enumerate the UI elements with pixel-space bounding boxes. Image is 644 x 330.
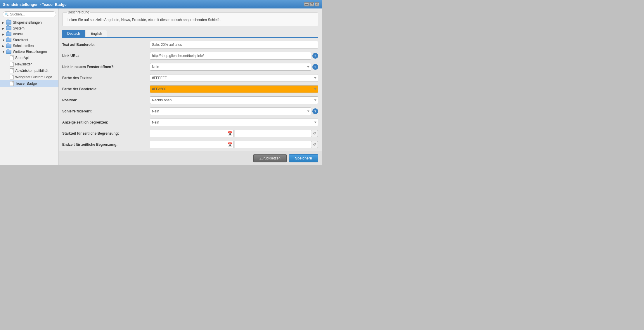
sidebar-item-weitere-einstellungen[interactable]: ▼ Weitere Einstellungen <box>0 49 58 55</box>
page-icon <box>10 62 14 67</box>
save-button[interactable]: Speichern <box>289 154 318 162</box>
titlebar-buttons: — ❐ ✕ <box>304 2 319 6</box>
form-area: Text auf Banderole: Link URL: ? Link in … <box>59 38 322 152</box>
folder-icon <box>6 20 11 25</box>
select-farbe-der-banderole[interactable]: #FFA500 <box>150 85 318 93</box>
expand-icon: ▶ <box>2 44 6 48</box>
endzeit-time-wrap: ↺ <box>235 141 318 148</box>
endzeit-calendar-button[interactable]: 📅 <box>226 141 233 148</box>
label-link-url: Link URL: <box>62 54 150 58</box>
sidebar-item-webgreat-custom-logo[interactable]: Webgreat Custom Logo <box>0 74 58 80</box>
reset-button[interactable]: Zurücksetzen <box>253 154 287 162</box>
description-fieldset: Beschreibung Linken Sie auf spezielle An… <box>62 10 318 26</box>
sidebar-item-label: Newsletter <box>15 62 32 66</box>
sidebar-item-shopeinstellungen[interactable]: ▶ Shopeinstellungen <box>0 20 58 25</box>
restore-button[interactable]: ❐ <box>309 2 314 6</box>
control-link-in-neuem-fenster: Nein ? <box>150 63 318 71</box>
sidebar-item-label: Abwärtskompatibilität <box>15 69 48 73</box>
main-content: Beschreibung Linken Sie auf spezielle An… <box>59 8 322 165</box>
expand-icon: ▼ <box>2 50 6 53</box>
form-row-link-url: Link URL: ? <box>62 52 318 60</box>
label-position: Position: <box>62 98 150 102</box>
expand-icon: ▶ <box>2 33 6 36</box>
search-input[interactable] <box>10 12 54 16</box>
form-row-anzeige-zeitlich: Anzeige zeitlich begrenzen: Nein <box>62 118 318 126</box>
sidebar-item-abwaertskompatibilitaet[interactable]: Abwärtskompatibilität <box>0 67 58 74</box>
input-text-auf-banderole[interactable] <box>150 41 318 48</box>
select-position[interactable]: Rechts oben <box>150 96 318 104</box>
search-icon: 🔍 <box>5 13 9 16</box>
form-row-position: Position: Rechts oben <box>62 96 318 104</box>
startzeit-date-wrap: 📅 <box>150 130 233 137</box>
form-row-link-in-neuem-fenster: Link in neuem Fenster öffnen?: Nein ? <box>62 63 318 71</box>
select-container-schleife: Nein <box>150 107 311 115</box>
select-link-in-neuem-fenster[interactable]: Nein <box>150 63 311 71</box>
endzeit-time-input[interactable] <box>235 141 311 148</box>
select-schleife-fixieren[interactable]: Nein <box>150 107 311 115</box>
description-legend: Beschreibung <box>67 10 90 14</box>
startzeit-refresh-button[interactable]: ↺ <box>311 130 318 137</box>
folder-icon <box>6 38 11 42</box>
titlebar: Grundeinstellungen - Teaser Badge — ❐ ✕ <box>0 0 322 8</box>
footer-bar: Zurücksetzen Speichern <box>59 152 322 165</box>
tab-english[interactable]: English <box>86 30 107 37</box>
description-text: Linken Sie auf spezielle Angebote, News,… <box>67 17 314 22</box>
select-anzeige-zeitlich[interactable]: Nein <box>150 119 318 126</box>
sidebar-item-label: System <box>13 26 25 30</box>
control-link-url: ? <box>150 52 318 60</box>
sidebar-item-storefront[interactable]: ▼ Storefront <box>0 37 58 43</box>
sidebar-item-label: Artikel <box>13 32 22 36</box>
form-row-farbe-des-textes: Farbe des Textes: #FFFFFF <box>62 74 318 82</box>
control-farbe-der-banderole: #FFA500 <box>150 85 318 93</box>
sidebar-item-label: Webgreat Custom Logo <box>15 75 52 79</box>
control-anzeige-zeitlich: Nein <box>150 119 318 126</box>
sidebar-item-system[interactable]: ▶ System <box>0 25 58 31</box>
endzeit-date-input[interactable] <box>150 141 226 148</box>
select-container-link-fenster: Nein <box>150 63 311 71</box>
control-startzeit: 📅 ↺ <box>150 130 318 137</box>
form-row-schleife-fixieren: Schleife fixieren?: Nein ? <box>62 107 318 115</box>
control-text-auf-banderole <box>150 41 318 48</box>
control-farbe-des-textes: #FFFFFF <box>150 74 318 82</box>
label-startzeit: Startzeit für zeitliche Begrenzung: <box>62 131 150 136</box>
sidebar-item-label: Shopeinstellungen <box>13 20 42 25</box>
label-farbe-des-textes: Farbe des Textes: <box>62 76 150 80</box>
select-container-farbe-text: #FFFFFF <box>150 74 318 82</box>
folder-icon <box>6 50 11 54</box>
sidebar-item-newsletter[interactable]: Newsletter <box>0 61 58 67</box>
close-button[interactable]: ✕ <box>315 2 319 6</box>
sidebar-item-label: Storefront <box>13 38 28 42</box>
startzeit-date-input[interactable] <box>150 130 226 137</box>
endzeit-refresh-button[interactable]: ↺ <box>311 141 318 148</box>
sidebar-item-teaser-badge[interactable]: Teaser Badge <box>0 80 58 87</box>
endzeit-date-wrap: 📅 <box>150 141 233 148</box>
control-endzeit: 📅 ↺ <box>150 141 318 148</box>
sidebar-item-label: Teaser Badge <box>15 81 37 86</box>
help-button-schleife[interactable]: ? <box>312 108 318 114</box>
help-button-link-fenster[interactable]: ? <box>312 64 318 70</box>
sidebar-item-schnittstellen[interactable]: ▶ Schnittstellen <box>0 43 58 49</box>
form-row-text-auf-banderole: Text auf Banderole: <box>62 41 318 49</box>
window-title: Grundeinstellungen - Teaser Badge <box>3 2 67 7</box>
input-link-url[interactable] <box>150 52 311 60</box>
startzeit-datetime-group: 📅 ↺ <box>150 130 318 137</box>
control-schleife-fixieren: Nein ? <box>150 107 318 115</box>
form-row-startzeit: Startzeit für zeitliche Begrenzung: 📅 ↺ <box>62 129 318 138</box>
minimize-button[interactable]: — <box>304 2 309 6</box>
search-box[interactable]: 🔍 <box>3 11 56 17</box>
startzeit-calendar-button[interactable]: 📅 <box>226 130 233 137</box>
select-farbe-des-textes[interactable]: #FFFFFF <box>150 74 318 82</box>
sidebar-item-storeapi[interactable]: StoreApi <box>0 55 58 61</box>
startzeit-time-input[interactable] <box>235 130 311 137</box>
folder-icon <box>6 32 11 36</box>
label-endzeit: Endzeit für zeitliche Begrenzung: <box>62 143 150 147</box>
label-schleife-fixieren: Schleife fixieren?: <box>62 109 150 113</box>
tab-deutsch[interactable]: Deutsch <box>62 30 85 37</box>
folder-icon <box>6 44 11 48</box>
label-link-in-neuem-fenster: Link in neuem Fenster öffnen?: <box>62 65 150 69</box>
select-container-position: Rechts oben <box>150 96 318 104</box>
page-icon <box>10 55 14 60</box>
sidebar-item-artikel[interactable]: ▶ Artikel <box>0 31 58 37</box>
help-button-link-url[interactable]: ? <box>312 53 318 59</box>
expand-icon: ▶ <box>2 27 6 30</box>
